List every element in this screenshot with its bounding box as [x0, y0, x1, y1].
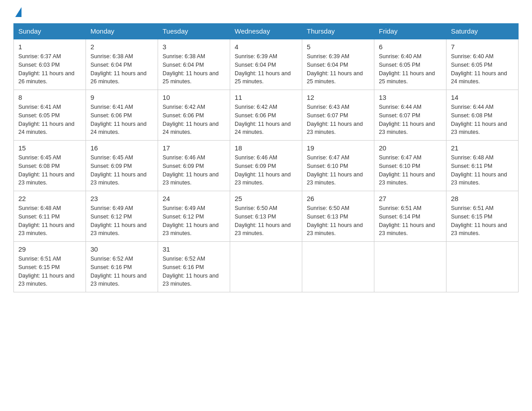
day-number: 29: [18, 245, 81, 253]
day-sun-info: Sunrise: 6:50 AMSunset: 6:13 PMDaylight:…: [307, 204, 369, 238]
day-number: 24: [163, 195, 225, 202]
calendar-week-row: 8Sunrise: 6:41 AMSunset: 6:05 PMDaylight…: [14, 90, 519, 141]
day-sun-info: Sunrise: 6:51 AMSunset: 6:15 PMDaylight:…: [18, 255, 81, 288]
calendar-cell: 23Sunrise: 6:49 AMSunset: 6:12 PMDayligh…: [86, 191, 158, 242]
calendar-cell: 29Sunrise: 6:51 AMSunset: 6:15 PMDayligh…: [14, 242, 86, 292]
day-number: 23: [90, 195, 153, 202]
calendar-cell: 3Sunrise: 6:38 AMSunset: 6:04 PMDaylight…: [158, 39, 230, 90]
calendar-cell: 21Sunrise: 6:48 AMSunset: 6:11 PMDayligh…: [446, 141, 519, 191]
day-sun-info: Sunrise: 6:41 AMSunset: 6:05 PMDaylight:…: [18, 103, 81, 137]
day-number: 15: [18, 144, 81, 152]
day-number: 31: [163, 245, 225, 253]
day-number: 5: [307, 43, 369, 51]
calendar-cell: 24Sunrise: 6:49 AMSunset: 6:12 PMDayligh…: [158, 191, 230, 242]
calendar-cell: [374, 242, 446, 292]
calendar-cell: 10Sunrise: 6:42 AMSunset: 6:06 PMDayligh…: [158, 90, 230, 141]
calendar-cell: 25Sunrise: 6:50 AMSunset: 6:13 PMDayligh…: [230, 191, 302, 242]
day-of-week-header: Tuesday: [158, 24, 230, 39]
calendar-cell: 9Sunrise: 6:41 AMSunset: 6:06 PMDaylight…: [86, 90, 158, 141]
day-sun-info: Sunrise: 6:45 AMSunset: 6:09 PMDaylight:…: [90, 154, 153, 187]
day-number: 16: [90, 144, 153, 152]
day-number: 28: [451, 195, 514, 202]
day-sun-info: Sunrise: 6:42 AMSunset: 6:06 PMDaylight:…: [235, 103, 297, 137]
calendar-cell: 8Sunrise: 6:41 AMSunset: 6:05 PMDaylight…: [14, 90, 86, 141]
day-sun-info: Sunrise: 6:48 AMSunset: 6:11 PMDaylight:…: [451, 154, 514, 187]
day-number: 26: [307, 195, 369, 202]
day-of-week-header: Thursday: [302, 24, 374, 39]
day-of-week-header: Monday: [86, 24, 158, 39]
day-of-week-header: Friday: [374, 24, 446, 39]
day-number: 2: [90, 43, 153, 51]
calendar-cell: 28Sunrise: 6:51 AMSunset: 6:15 PMDayligh…: [446, 191, 519, 242]
calendar-cell: 7Sunrise: 6:40 AMSunset: 6:05 PMDaylight…: [446, 39, 519, 90]
calendar-cell: [230, 242, 302, 292]
calendar-cell: 13Sunrise: 6:44 AMSunset: 6:07 PMDayligh…: [374, 90, 446, 141]
day-sun-info: Sunrise: 6:47 AMSunset: 6:10 PMDaylight:…: [379, 154, 442, 187]
day-number: 22: [18, 195, 81, 202]
calendar-cell: 15Sunrise: 6:45 AMSunset: 6:08 PMDayligh…: [14, 141, 86, 191]
day-sun-info: Sunrise: 6:37 AMSunset: 6:03 PMDaylight:…: [18, 52, 81, 86]
day-sun-info: Sunrise: 6:44 AMSunset: 6:07 PMDaylight:…: [379, 103, 442, 137]
day-sun-info: Sunrise: 6:49 AMSunset: 6:12 PMDaylight:…: [163, 204, 225, 238]
day-number: 6: [379, 43, 442, 51]
calendar-cell: 27Sunrise: 6:51 AMSunset: 6:14 PMDayligh…: [374, 191, 446, 242]
calendar-cell: 2Sunrise: 6:38 AMSunset: 6:04 PMDaylight…: [86, 39, 158, 90]
calendar-cell: 1Sunrise: 6:37 AMSunset: 6:03 PMDaylight…: [14, 39, 86, 90]
day-number: 19: [307, 144, 369, 152]
day-number: 21: [451, 144, 514, 152]
calendar-cell: 4Sunrise: 6:39 AMSunset: 6:04 PMDaylight…: [230, 39, 302, 90]
calendar-table: SundayMondayTuesdayWednesdayThursdayFrid…: [13, 23, 519, 292]
day-sun-info: Sunrise: 6:40 AMSunset: 6:05 PMDaylight:…: [379, 52, 442, 86]
day-sun-info: Sunrise: 6:39 AMSunset: 6:04 PMDaylight:…: [307, 52, 369, 86]
calendar-cell: 18Sunrise: 6:46 AMSunset: 6:09 PMDayligh…: [230, 141, 302, 191]
day-sun-info: Sunrise: 6:46 AMSunset: 6:09 PMDaylight:…: [163, 154, 225, 187]
day-number: 18: [235, 144, 297, 152]
day-number: 1: [18, 43, 81, 51]
day-number: 27: [379, 195, 442, 202]
calendar-week-row: 22Sunrise: 6:48 AMSunset: 6:11 PMDayligh…: [14, 191, 519, 242]
day-sun-info: Sunrise: 6:46 AMSunset: 6:09 PMDaylight:…: [235, 154, 297, 187]
day-number: 30: [90, 245, 153, 253]
day-sun-info: Sunrise: 6:51 AMSunset: 6:14 PMDaylight:…: [379, 204, 442, 238]
day-number: 13: [379, 94, 442, 101]
day-number: 20: [379, 144, 442, 152]
calendar-cell: 6Sunrise: 6:40 AMSunset: 6:05 PMDaylight…: [374, 39, 446, 90]
day-number: 3: [163, 43, 225, 51]
calendar-cell: 12Sunrise: 6:43 AMSunset: 6:07 PMDayligh…: [302, 90, 374, 141]
calendar-week-row: 15Sunrise: 6:45 AMSunset: 6:08 PMDayligh…: [14, 141, 519, 191]
day-sun-info: Sunrise: 6:47 AMSunset: 6:10 PMDaylight:…: [307, 154, 369, 187]
calendar-header-row: SundayMondayTuesdayWednesdayThursdayFrid…: [14, 24, 519, 39]
day-sun-info: Sunrise: 6:50 AMSunset: 6:13 PMDaylight:…: [235, 204, 297, 238]
day-of-week-header: Wednesday: [230, 24, 302, 39]
day-sun-info: Sunrise: 6:38 AMSunset: 6:04 PMDaylight:…: [90, 52, 153, 86]
calendar-cell: 26Sunrise: 6:50 AMSunset: 6:13 PMDayligh…: [302, 191, 374, 242]
day-number: 9: [90, 94, 153, 101]
day-sun-info: Sunrise: 6:44 AMSunset: 6:08 PMDaylight:…: [451, 103, 514, 137]
day-sun-info: Sunrise: 6:52 AMSunset: 6:16 PMDaylight:…: [90, 255, 153, 288]
day-number: 10: [163, 94, 225, 101]
calendar-cell: [446, 242, 519, 292]
calendar-cell: 17Sunrise: 6:46 AMSunset: 6:09 PMDayligh…: [158, 141, 230, 191]
day-sun-info: Sunrise: 6:45 AMSunset: 6:08 PMDaylight:…: [18, 154, 81, 187]
day-number: 17: [163, 144, 225, 152]
calendar-cell: 11Sunrise: 6:42 AMSunset: 6:06 PMDayligh…: [230, 90, 302, 141]
page-header: [13, 9, 519, 19]
calendar-cell: 20Sunrise: 6:47 AMSunset: 6:10 PMDayligh…: [374, 141, 446, 191]
day-sun-info: Sunrise: 6:40 AMSunset: 6:05 PMDaylight:…: [451, 52, 514, 86]
day-number: 25: [235, 195, 297, 202]
day-sun-info: Sunrise: 6:49 AMSunset: 6:12 PMDaylight:…: [90, 204, 153, 238]
calendar-cell: 5Sunrise: 6:39 AMSunset: 6:04 PMDaylight…: [302, 39, 374, 90]
day-sun-info: Sunrise: 6:38 AMSunset: 6:04 PMDaylight:…: [163, 52, 225, 86]
calendar-cell: 14Sunrise: 6:44 AMSunset: 6:08 PMDayligh…: [446, 90, 519, 141]
calendar-cell: 16Sunrise: 6:45 AMSunset: 6:09 PMDayligh…: [86, 141, 158, 191]
day-of-week-header: Sunday: [14, 24, 86, 39]
day-sun-info: Sunrise: 6:52 AMSunset: 6:16 PMDaylight:…: [163, 255, 225, 288]
day-number: 4: [235, 43, 297, 51]
day-sun-info: Sunrise: 6:42 AMSunset: 6:06 PMDaylight:…: [163, 103, 225, 137]
day-number: 11: [235, 94, 297, 101]
logo: [13, 9, 21, 19]
calendar-week-row: 29Sunrise: 6:51 AMSunset: 6:15 PMDayligh…: [14, 242, 519, 292]
calendar-cell: 22Sunrise: 6:48 AMSunset: 6:11 PMDayligh…: [14, 191, 86, 242]
day-number: 8: [18, 94, 81, 101]
day-sun-info: Sunrise: 6:43 AMSunset: 6:07 PMDaylight:…: [307, 103, 369, 137]
